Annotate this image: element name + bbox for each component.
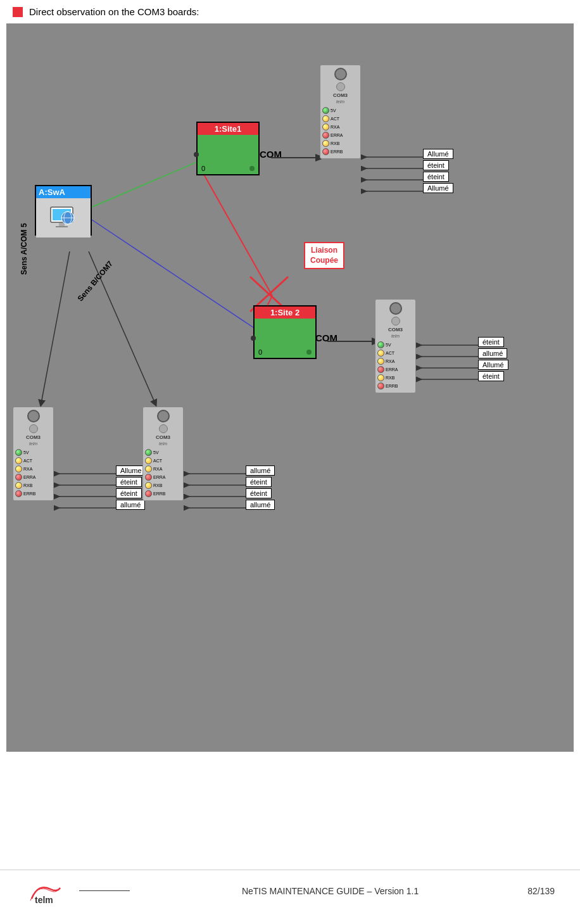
board-label: COM3 — [333, 92, 348, 98]
board-sublabel-bm: telm — [159, 441, 167, 446]
errb-arrow-bl — [51, 504, 127, 512]
footer-line — [79, 890, 130, 891]
svg-text:telm: telm — [35, 895, 53, 905]
top-right-board: COM3 telm 5V ACT RXA ERRA RXB — [320, 65, 361, 159]
site1-zero: 0 — [201, 165, 205, 172]
board-screw2 — [391, 317, 400, 326]
footer-page: 82/139 — [527, 886, 555, 896]
led-rxa — [322, 123, 329, 130]
led-rxa-row-top: RXA — [322, 123, 358, 130]
svg-rect-11 — [56, 226, 68, 227]
svg-line-0 — [92, 160, 203, 207]
led-5v-row: 5V — [322, 107, 358, 114]
led-rxa2 — [377, 358, 384, 365]
status-errb-bl: allumé — [116, 500, 145, 510]
board-sublabel-bl: telm — [29, 441, 37, 446]
led-errb-row-top: ERRB — [322, 148, 358, 155]
status-rxb-bm: éteint — [246, 488, 272, 498]
site2-title: 1:Site 2 — [255, 307, 315, 319]
led-act2 — [377, 350, 384, 357]
board-label2: COM3 — [388, 327, 403, 332]
errb-arrow-bm — [180, 504, 256, 512]
led-erra-row-top: ERRA — [322, 132, 358, 139]
connection-lines — [6, 23, 574, 752]
led-rxb-row-top: RXB — [322, 140, 358, 147]
site1-dot-left — [194, 152, 199, 157]
status-rxa-bl: Allume — [116, 465, 146, 476]
led-5v2 — [377, 341, 384, 348]
page-footer: telm NeTIS MAINTENANCE GUIDE – Version 1… — [0, 870, 580, 911]
board-screw-bl — [29, 424, 38, 433]
led-rxa-bm: RXA — [145, 465, 181, 472]
rxa-arrow-top — [358, 153, 434, 161]
bottom-mid-board: COM3 telm 5V ACT RXA ERRA RXB ERRB — [142, 407, 184, 501]
led-rxb-bm: RXB — [145, 482, 181, 489]
board-screw-bm — [159, 424, 168, 433]
led-rxb2 — [377, 374, 384, 381]
svg-line-6 — [41, 251, 70, 403]
board-screw — [336, 82, 345, 91]
erra-arrow-bm — [180, 481, 256, 489]
erra-arrow-bl — [51, 481, 127, 489]
led-5v-row2: 5V — [377, 341, 413, 348]
led-errb — [322, 148, 329, 155]
mid-right-board: COM3 telm 5V ACT RXA ERRA RXB ERRB — [375, 299, 416, 393]
board-label-bm: COM3 — [156, 434, 170, 440]
board-label-bl: COM3 — [26, 434, 41, 440]
status-errb-mid: éteint — [478, 371, 504, 381]
bottom-left-board: COM3 telm 5V ACT RXA ERRA RXB ERRB — [13, 407, 54, 501]
header-bullet — [13, 7, 23, 17]
board-sublabel2: telm — [391, 334, 400, 338]
errb-arrow-top — [358, 187, 434, 195]
status-erra-mid: allumé — [478, 348, 507, 358]
rxb-arrow-top — [358, 176, 434, 184]
errb-arrow-mid — [413, 376, 489, 383]
com2-arrow — [327, 335, 378, 348]
board-top-connector-bl — [27, 410, 40, 422]
status-rxa-mid: éteint — [478, 337, 504, 347]
led-erra2 — [377, 366, 384, 373]
led-rxa-bl: RXA — [15, 465, 51, 472]
status-rxb-bl: éteint — [116, 488, 142, 498]
rxb-arrow-bm — [180, 493, 256, 500]
led-errb-bm: ERRB — [145, 490, 181, 497]
svg-line-1 — [92, 220, 253, 327]
site2-dot-left — [251, 336, 256, 341]
swa-node[interactable]: A:SwA — [35, 185, 92, 236]
status-rxa-top: Allumé — [423, 149, 453, 159]
led-act-row: ACT — [322, 115, 358, 122]
status-rxb-mid: Allumé — [478, 360, 508, 370]
rxb-arrow-bl — [51, 493, 127, 500]
led-erra — [322, 132, 329, 139]
status-erra-bl: éteint — [116, 477, 142, 487]
erra-arrow-mid — [413, 353, 489, 360]
led-errb-bl: ERRB — [15, 490, 51, 497]
site1-node[interactable]: 1:Site1 0 — [196, 122, 260, 175]
site1-title: 1:Site1 — [198, 123, 258, 135]
status-erra-bm: éteint — [246, 477, 272, 487]
status-errb-bm: allumé — [246, 500, 275, 510]
header-text: Direct observation on the COM3 boards: — [29, 6, 199, 17]
sens-a-label: Sens A/COM 5 — [20, 223, 28, 275]
led-rxa-row-mid: RXA — [377, 358, 413, 365]
swa-title: A:SwA — [36, 186, 91, 198]
site2-dot — [306, 350, 312, 355]
board-top-connector2 — [389, 302, 402, 315]
led-rxb-row-mid: RXB — [377, 374, 413, 381]
footer-title: NeTIS MAINTENANCE GUIDE – Version 1.1 — [133, 886, 527, 896]
telm-logo: telm — [25, 877, 76, 905]
site2-node[interactable]: 1:Site 2 0 — [253, 305, 317, 359]
svg-rect-10 — [59, 223, 65, 226]
led-erra-bm: ERRA — [145, 474, 181, 481]
board-top-connector-bm — [157, 410, 170, 422]
status-errb-top: Allumé — [423, 183, 453, 193]
erra-arrow-top — [358, 165, 434, 172]
computer-icon — [47, 204, 79, 232]
rxa-arrow-mid — [413, 341, 489, 349]
rxa-arrow-bm — [180, 470, 256, 478]
status-rxa-bm: allumé — [246, 465, 275, 476]
led-errb-row-mid: ERRB — [377, 383, 413, 389]
rxa-arrow-bl — [51, 470, 127, 478]
site2-zero: 0 — [258, 348, 262, 356]
com1-arrow — [271, 151, 322, 164]
